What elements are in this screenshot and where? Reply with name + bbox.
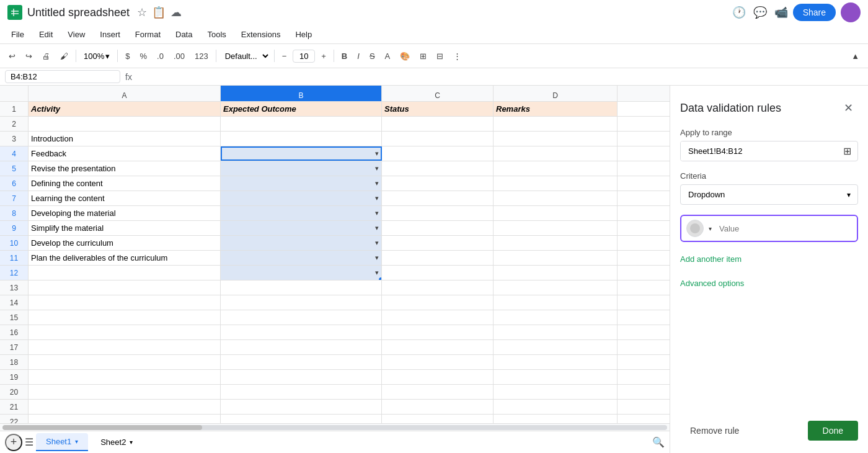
cell-r2-c3[interactable] [382,117,494,131]
cell-r17-c2[interactable] [221,340,382,354]
cell-r14-c1[interactable] [29,295,221,310]
cell-r16-c3[interactable] [382,325,494,339]
cell-r4-c1[interactable]: Feedback [29,146,221,161]
menu-edit[interactable]: Edit [33,28,59,41]
value-input[interactable] [717,223,852,235]
cell-r4-c2[interactable]: ▾ [221,146,382,161]
share-button[interactable]: Share [793,4,836,21]
cell-r12-c4[interactable] [494,266,618,280]
cell-r2-c1[interactable] [29,117,221,131]
cell-r22-c4[interactable] [494,415,618,423]
cell-r16-c4[interactable] [494,325,618,339]
cell-r3-c1[interactable]: Introduction [29,132,221,146]
row-num-19[interactable]: 19 [0,370,29,385]
cell-r4-c3[interactable] [382,146,494,161]
sheet-tab-sheet2[interactable]: Sheet2 ▾ [91,434,143,451]
cell-r8-c3[interactable] [382,206,494,220]
hide-toolbar-button[interactable]: ▲ [848,49,863,63]
cell-r6-c1[interactable]: Defining the content [29,176,221,191]
menu-data[interactable]: Data [169,28,198,41]
borders-button[interactable]: ⊞ [416,49,430,63]
cell-r8-c4[interactable] [494,206,618,220]
redo-button[interactable]: ↪ [22,49,36,63]
cell-r1-c1[interactable]: Activity [29,102,221,116]
cell-r3-c4[interactable] [494,132,618,146]
cell-r20-c2[interactable] [221,385,382,399]
col-header-d[interactable]: D [494,86,618,101]
zoom-control[interactable]: 100% ▾ [80,50,113,62]
cell-r8-c2[interactable]: ▾ [221,206,382,220]
cell-r16-c2[interactable] [221,325,382,339]
col-header-a[interactable]: A [29,86,221,101]
cell-r18-c1[interactable] [29,355,221,369]
color-caret-icon[interactable]: ▾ [709,225,712,232]
row-num-7[interactable]: 7 [0,191,29,206]
criteria-select[interactable]: Dropdown Dropdown (from a range) Checkbo… [680,184,858,205]
cell-r14-c3[interactable] [382,295,494,310]
cell-r2-c2[interactable] [221,117,382,131]
fill-color-button[interactable]: 🎨 [396,49,414,63]
percent-button[interactable]: % [136,49,151,63]
cell-r13-c4[interactable] [494,280,618,295]
cell-r5-c4[interactable] [494,161,618,176]
done-button[interactable]: Done [808,421,858,441]
cell-r19-c4[interactable] [494,370,618,384]
row-num-4[interactable]: 4 [0,146,29,161]
cell-r17-c1[interactable] [29,340,221,354]
row-num-20[interactable]: 20 [0,385,29,400]
add-another-item-button[interactable]: Add another item [680,252,742,266]
row-num-15[interactable]: 15 [0,310,29,325]
row-num-10[interactable]: 10 [0,236,29,251]
sheet-tab-sheet1[interactable]: Sheet1 ▾ [36,433,88,451]
cell-r14-c2[interactable] [221,295,382,310]
menu-view[interactable]: View [61,28,91,41]
sheet2-caret[interactable]: ▾ [130,439,133,446]
cell-r13-c3[interactable] [382,280,494,295]
cell-r22-c1[interactable] [29,415,221,423]
cell-r7-c1[interactable]: Learning the content [29,191,221,205]
cell-r15-c4[interactable] [494,310,618,325]
cell-r11-c1[interactable]: Plan the deliverables of the curriculum [29,251,221,265]
more-tools-button[interactable]: ⋮ [450,49,465,63]
inc-decimal-button[interactable]: .00 [170,49,188,63]
cell-r9-c1[interactable]: Simplify the material [29,221,221,235]
video-btn[interactable]: 📹 [774,6,788,19]
cell-r15-c2[interactable] [221,310,382,325]
row-num-8[interactable]: 8 [0,206,29,221]
currency-button[interactable]: $ [122,49,133,63]
remove-rule-button[interactable]: Remove rule [680,421,749,441]
font-size-input[interactable] [293,50,315,63]
row-num-11[interactable]: 11 [0,251,29,266]
advanced-options-button[interactable]: Advanced options [680,276,744,290]
comment-btn[interactable]: 💬 [753,6,767,19]
menu-file[interactable]: File [5,28,30,41]
cell-r15-c3[interactable] [382,310,494,325]
cell-r5-c2[interactable]: ▾ [221,161,382,176]
menu-insert[interactable]: Insert [94,28,126,41]
cell-r9-c2[interactable]: ▾ [221,221,382,235]
cell-r8-c1[interactable]: Developing the material [29,206,221,220]
row-num-21[interactable]: 21 [0,400,29,415]
menu-tools[interactable]: Tools [201,28,232,41]
row-num-18[interactable]: 18 [0,355,29,370]
cell-r19-c1[interactable] [29,370,221,384]
menu-extensions[interactable]: Extensions [235,28,287,41]
cell-r14-c4[interactable] [494,295,618,310]
cell-r21-c3[interactable] [382,400,494,414]
menu-help[interactable]: Help [289,28,318,41]
cell-r7-c3[interactable] [382,191,494,205]
cell-r19-c2[interactable] [221,370,382,384]
row-num-9[interactable]: 9 [0,221,29,236]
history-btn[interactable]: 🕐 [732,6,746,19]
cell-r7-c2[interactable]: ▾ [221,191,382,205]
row-num-1[interactable]: 1 [0,102,29,117]
cell-r4-c4[interactable] [494,146,618,161]
cell-r9-c3[interactable] [382,221,494,235]
cell-r17-c4[interactable] [494,340,618,354]
bold-button[interactable]: B [338,49,351,63]
cell-r11-c4[interactable] [494,251,618,265]
cell-r12-c3[interactable] [382,266,494,280]
col-header-b[interactable]: B [221,86,382,101]
add-sheet-button[interactable]: + [5,434,22,451]
font-family-select[interactable]: Default... [220,50,270,63]
